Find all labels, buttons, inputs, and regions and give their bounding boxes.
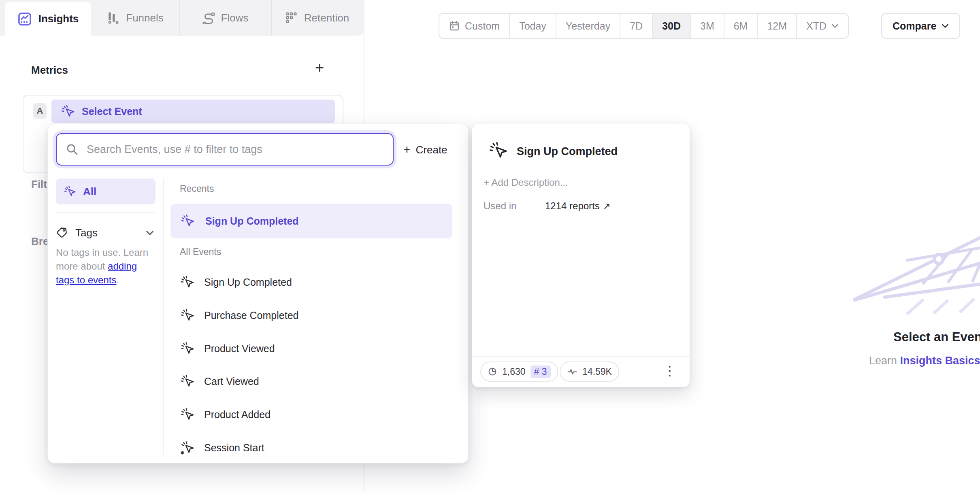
- date-segment-label: 12M: [767, 20, 787, 32]
- date-segment-custom[interactable]: Custom: [439, 14, 509, 38]
- insights-report-page: Funnels Flows Retention Insights Custom …: [0, 0, 980, 493]
- event-cursor-icon: [489, 141, 508, 160]
- event-cursor-icon: [181, 374, 194, 388]
- date-segment-3m[interactable]: 3M: [690, 14, 724, 38]
- event-row[interactable]: Cart Viewed: [173, 370, 453, 393]
- event-row-label: Product Added: [204, 409, 271, 421]
- date-segment-30d-active[interactable]: 30D: [652, 14, 690, 38]
- event-detail-title: Sign Up Completed: [517, 145, 618, 158]
- event-row[interactable]: Sign Up Completed: [173, 271, 453, 293]
- create-label: Create: [416, 144, 447, 156]
- date-segment-today[interactable]: Today: [509, 14, 556, 38]
- empty-state-learn-line: Learn Insights Basics o: [869, 355, 980, 367]
- tab-funnels[interactable]: Funnels: [91, 0, 179, 36]
- event-cursor-icon: [181, 214, 195, 228]
- event-search-input[interactable]: [86, 143, 384, 156]
- tab-label: Retention: [304, 12, 349, 24]
- tag-icon: [56, 227, 68, 239]
- external-arrow-icon: ↗: [603, 201, 610, 211]
- create-event-button[interactable]: + Create: [403, 140, 447, 159]
- event-picker-popover: + Create All Tags No tags in use. Learn …: [47, 124, 469, 463]
- date-segment-7d[interactable]: 7D: [620, 14, 652, 38]
- compare-label: Compare: [893, 20, 936, 32]
- tab-label: Flows: [221, 12, 249, 24]
- event-row[interactable]: Session Start: [173, 436, 453, 459]
- tags-section-toggle[interactable]: Tags: [56, 221, 156, 244]
- tab-flows[interactable]: Flows: [179, 0, 271, 36]
- tab-insights-active[interactable]: Insights: [5, 2, 91, 36]
- event-cursor-icon: [181, 342, 194, 355]
- event-count: 1,630: [502, 366, 526, 377]
- all-events-header: All Events: [180, 246, 221, 257]
- recent-event-row-selected[interactable]: Sign Up Completed: [170, 204, 452, 238]
- event-volume-chip: 14.59K: [560, 361, 619, 382]
- date-segment-yesterday[interactable]: Yesterday: [556, 14, 620, 38]
- event-count-chip: 1,630 # 3: [480, 361, 558, 382]
- activity-pulse-icon: [567, 366, 577, 377]
- event-detail-card: Sign Up Completed + Add Description... U…: [472, 123, 690, 387]
- event-row[interactable]: Purchase Completed: [173, 304, 453, 327]
- event-row-label: Cart Viewed: [204, 376, 259, 387]
- search-icon: [66, 143, 79, 156]
- event-row-label: Sign Up Completed: [204, 276, 292, 288]
- select-event-label: Select Event: [82, 106, 142, 117]
- date-segment-label: Custom: [465, 20, 500, 32]
- tab-label: Funnels: [126, 12, 164, 24]
- event-cursor-icon: [61, 104, 75, 118]
- reports-count: 1214 reports: [545, 200, 600, 211]
- date-segment-label: XTD: [806, 20, 827, 32]
- insights-icon: [17, 12, 32, 26]
- chevron-down-icon: [831, 23, 839, 28]
- picker-divider: [163, 178, 164, 455]
- event-row-label: Sign Up Completed: [205, 215, 299, 227]
- retention-icon: [285, 11, 298, 24]
- used-in-reports-link[interactable]: 1214 reports↗: [545, 200, 610, 212]
- report-tab-bar: Funnels Flows Retention Insights: [0, 0, 364, 36]
- event-cursor-icon: [181, 275, 194, 289]
- event-rank-badge: # 3: [530, 366, 551, 378]
- filter-all-item[interactable]: All: [56, 178, 156, 204]
- event-row[interactable]: Product Viewed: [173, 337, 453, 360]
- calendar-icon: [449, 20, 460, 32]
- funnels-icon: [107, 11, 120, 24]
- event-row-label: Product Viewed: [204, 343, 275, 355]
- event-cursor-icon: [181, 408, 194, 421]
- event-cursor-icon: [64, 185, 76, 198]
- event-volume: 14.59K: [582, 366, 612, 377]
- learn-prefix: Learn: [869, 355, 900, 367]
- date-segment-label: Yesterday: [566, 20, 610, 32]
- recents-header: Recents: [180, 183, 214, 194]
- kebab-menu-button[interactable]: ⋮: [663, 363, 676, 378]
- metrics-heading: Metrics: [31, 64, 68, 76]
- date-segment-label: 3M: [700, 20, 714, 32]
- event-row[interactable]: Product Added: [173, 403, 453, 426]
- event-row-label: Session Start: [204, 442, 264, 454]
- add-metric-button[interactable]: +: [315, 59, 324, 76]
- date-segment-xtd[interactable]: XTD: [796, 14, 848, 38]
- date-segment-label: 6M: [734, 20, 748, 32]
- empty-state-title: Select an Event: [893, 330, 980, 344]
- empty-state-illustration: [846, 222, 980, 323]
- date-segment-label: Today: [519, 20, 546, 32]
- plus-icon: +: [403, 143, 411, 157]
- event-cursor-icon: [181, 308, 194, 322]
- tab-label: Insights: [38, 13, 79, 25]
- date-segment-label: 7D: [630, 20, 643, 32]
- pie-chart-icon: [488, 367, 497, 376]
- all-label: All: [83, 185, 96, 198]
- chevron-down-icon: [146, 230, 154, 236]
- date-segment-12m[interactable]: 12M: [757, 14, 796, 38]
- tab-retention[interactable]: Retention: [271, 0, 363, 36]
- tags-empty-suffix: .: [116, 274, 119, 285]
- event-cursor-star-icon: [181, 441, 194, 455]
- tags-label: Tags: [75, 227, 98, 239]
- add-description-button[interactable]: + Add Description...: [484, 177, 568, 188]
- chevron-down-icon: [942, 23, 949, 28]
- select-event-pill[interactable]: Select Event: [51, 100, 335, 123]
- metric-row-letter: A: [33, 103, 47, 119]
- insights-basics-link[interactable]: Insights Basics: [900, 355, 980, 367]
- compare-button[interactable]: Compare: [881, 13, 960, 39]
- tags-empty-text: No tags in use. Learn more about adding …: [56, 246, 153, 287]
- date-segment-6m[interactable]: 6M: [724, 14, 757, 38]
- used-in-label: Used in: [484, 200, 516, 212]
